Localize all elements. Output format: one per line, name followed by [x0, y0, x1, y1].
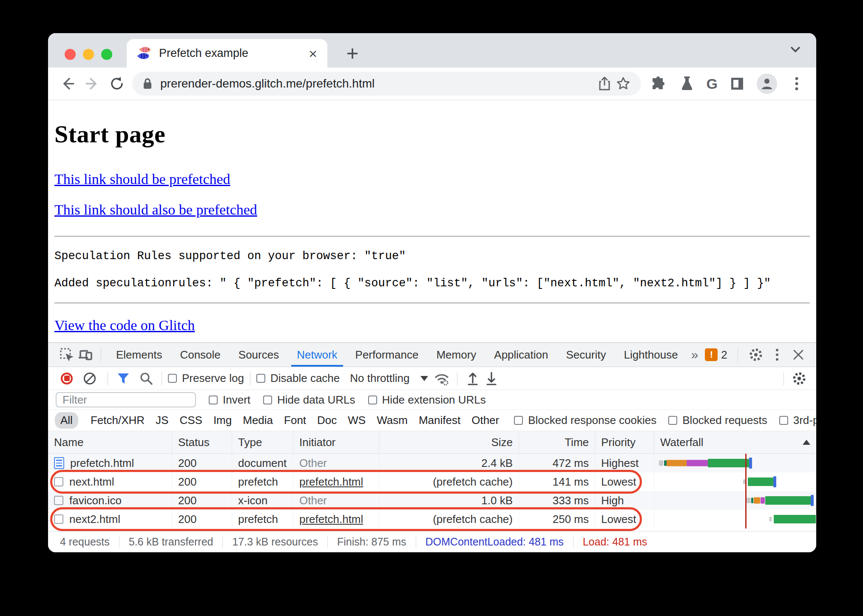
- throttling-dropdown[interactable]: No throttling: [350, 372, 428, 385]
- filter-funnel-icon[interactable]: [114, 369, 133, 388]
- lock-icon: [142, 77, 153, 90]
- devtools-tab-sources[interactable]: Sources: [230, 343, 288, 367]
- column-header-priority[interactable]: Priority: [595, 431, 654, 453]
- devtools-menu-dots-icon[interactable]: [768, 345, 786, 364]
- blocked-response-cookies-checkbox[interactable]: Blocked response cookies: [514, 414, 656, 427]
- checkbox-icon[interactable]: [209, 396, 218, 404]
- table-row-next2-html[interactable]: next2.html 200 prefetch prefetch.html (p…: [48, 510, 816, 528]
- devtools-tab-security[interactable]: Security: [557, 343, 615, 367]
- checkbox-icon[interactable]: [368, 396, 377, 404]
- bookmark-star-icon[interactable]: [614, 74, 633, 93]
- back-button[interactable]: [58, 74, 77, 93]
- macos-zoom-button[interactable]: [101, 49, 112, 60]
- type-filter-other[interactable]: Other: [466, 412, 505, 429]
- initiator-link[interactable]: prefetch.html: [299, 475, 363, 489]
- speculation-support-text: Speculation Rules supported on your brow…: [54, 250, 810, 263]
- hide-extension-urls-checkbox[interactable]: Hide extension URLs: [368, 393, 486, 407]
- export-har-icon[interactable]: [482, 369, 501, 388]
- waterfall-segment-dns: [751, 498, 753, 503]
- sort-arrow-icon[interactable]: [803, 440, 810, 445]
- checkbox-icon[interactable]: [263, 396, 272, 404]
- clear-network-log-icon[interactable]: [84, 373, 96, 384]
- network-conditions-wifi-icon[interactable]: [432, 369, 451, 388]
- checkbox-icon[interactable]: [168, 374, 177, 383]
- url-bar[interactable]: prerender-demos.glitch.me/prefetch.html: [132, 72, 641, 96]
- new-tab-button[interactable]: [341, 42, 363, 65]
- column-header-type[interactable]: Type: [232, 431, 293, 453]
- checkbox-icon[interactable]: [779, 416, 788, 425]
- tab-close-icon[interactable]: ×: [306, 46, 320, 61]
- requests-count: 4 requests: [51, 536, 119, 548]
- prefetch-link-1[interactable]: This link should be prefetched: [54, 171, 230, 187]
- reload-button[interactable]: [108, 74, 126, 93]
- devtools-tab-console[interactable]: Console: [171, 343, 229, 367]
- type-filter-ws[interactable]: WS: [342, 412, 371, 429]
- waterfall-segment-wait: [774, 515, 816, 523]
- tabstrip-chevron-icon[interactable]: [788, 44, 803, 54]
- table-row-favicon-ico[interactable]: favicon.ico 200 x-icon Other 1.0 kB 333 …: [48, 491, 816, 510]
- resources-size: 17.3 kB resources: [223, 536, 327, 548]
- more-tabs-icon[interactable]: »: [687, 343, 701, 367]
- type-filter-all[interactable]: All: [55, 412, 78, 429]
- checkbox-icon[interactable]: [514, 416, 523, 425]
- share-icon[interactable]: [595, 74, 614, 93]
- devtools-tab-memory[interactable]: Memory: [427, 343, 485, 367]
- column-header-waterfall[interactable]: Waterfall: [654, 431, 816, 453]
- devtools-tab-elements[interactable]: Elements: [107, 343, 171, 367]
- google-icon[interactable]: G: [707, 76, 718, 92]
- table-row-next-html[interactable]: next.html 200 prefetch prefetch.html (pr…: [48, 472, 816, 491]
- devtools-tab-network[interactable]: Network: [288, 343, 346, 367]
- record-network-log-icon[interactable]: [61, 373, 73, 384]
- url-text: prerender-demos.glitch.me/prefetch.html: [160, 77, 595, 90]
- checkbox-icon[interactable]: [668, 416, 677, 425]
- divider: [250, 372, 250, 385]
- column-header-size[interactable]: Size: [379, 431, 519, 453]
- filter-input[interactable]: [56, 392, 196, 407]
- column-header-status[interactable]: Status: [172, 431, 232, 453]
- type-filter-js[interactable]: JS: [150, 412, 174, 429]
- hide-data-urls-checkbox[interactable]: Hide data URLs: [263, 393, 355, 407]
- blocked-requests-checkbox[interactable]: Blocked requests: [668, 414, 767, 427]
- invert-checkbox[interactable]: Invert: [209, 393, 250, 407]
- type-filter-manifest[interactable]: Manifest: [413, 412, 466, 429]
- table-row-prefetch-html[interactable]: prefetch.html 200 document Other 2.4 kB …: [48, 454, 816, 472]
- type-filter-css[interactable]: CSS: [174, 412, 207, 429]
- browser-menu-dots-icon[interactable]: [787, 74, 806, 93]
- type-filter-doc[interactable]: Doc: [312, 412, 342, 429]
- disable-cache-checkbox[interactable]: Disable cache: [256, 372, 340, 385]
- third-party-requests-checkbox[interactable]: 3rd-party requests: [779, 414, 816, 427]
- side-panel-icon[interactable]: [728, 74, 747, 93]
- column-header-name[interactable]: Name: [48, 431, 172, 453]
- preserve-log-checkbox[interactable]: Preserve log: [168, 372, 244, 385]
- column-header-initiator[interactable]: Initiator: [293, 431, 379, 453]
- devtools-tab-performance[interactable]: Performance: [346, 343, 428, 367]
- flask-icon[interactable]: [678, 74, 696, 93]
- type-filter-img[interactable]: Img: [208, 412, 237, 429]
- glitch-code-link[interactable]: View the code on Glitch: [54, 317, 195, 333]
- profile-avatar[interactable]: [757, 73, 777, 94]
- column-header-time[interactable]: Time: [519, 431, 595, 453]
- checkbox-icon[interactable]: [256, 374, 265, 383]
- network-settings-gear-icon[interactable]: [790, 369, 809, 388]
- search-icon[interactable]: [137, 369, 156, 388]
- macos-minimize-button[interactable]: [83, 49, 94, 60]
- file-icon: [54, 477, 63, 486]
- prefetch-link-2[interactable]: This link should also be prefetched: [54, 202, 257, 218]
- extensions-puzzle-icon[interactable]: [649, 74, 667, 93]
- type-filter-wasm[interactable]: Wasm: [371, 412, 413, 429]
- type-filter-fetchxhr[interactable]: Fetch/XHR: [85, 412, 150, 429]
- devtools-close-icon[interactable]: [789, 345, 808, 364]
- type-filter-font[interactable]: Font: [278, 412, 312, 429]
- forward-button[interactable]: [83, 74, 102, 93]
- devtools-tab-lighthouse[interactable]: Lighthouse: [615, 343, 687, 367]
- inspect-element-icon[interactable]: [57, 345, 76, 364]
- issues-counter[interactable]: ! 2: [701, 343, 731, 367]
- device-toolbar-icon[interactable]: [76, 345, 95, 364]
- import-har-icon[interactable]: [463, 369, 482, 388]
- devtools-settings-gear-icon[interactable]: [747, 345, 765, 364]
- devtools-tab-application[interactable]: Application: [485, 343, 557, 367]
- browser-tab[interactable]: Prefetch example ×: [127, 39, 327, 68]
- type-filter-media[interactable]: Media: [237, 412, 278, 429]
- initiator-link[interactable]: prefetch.html: [299, 513, 363, 526]
- macos-close-button[interactable]: [65, 49, 76, 60]
